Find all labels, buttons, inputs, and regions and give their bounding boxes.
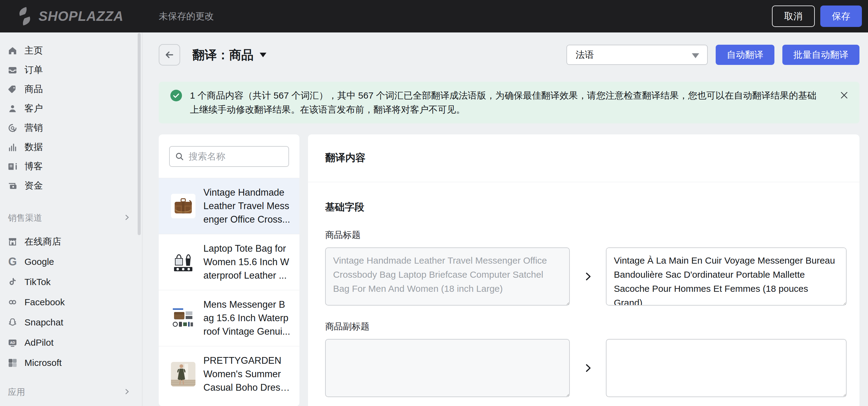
batch-auto-translate-button[interactable]: 批量自动翻译 xyxy=(782,45,860,65)
sidebar-main-nav: 主页 订单 商品 客户 xyxy=(0,32,142,195)
sidebar-item-snapchat[interactable]: Snapchat xyxy=(0,312,142,332)
content-row: Vintage Handmade Leather Travel Messenge… xyxy=(159,135,860,406)
svg-text:AD: AD xyxy=(10,341,15,344)
chevron-right-icon xyxy=(123,388,131,397)
product-list-item[interactable]: Vintage Handmade Leather Travel Messenge… xyxy=(159,178,300,234)
product-title: PRETTYGARDEN Women's Summer Casual Boho … xyxy=(204,354,290,394)
sidebar-item-adpilot[interactable]: AD AdPilot xyxy=(0,332,142,353)
search-input[interactable] xyxy=(169,146,289,167)
sidebar-section-sales-channels[interactable]: 销售渠道 xyxy=(0,208,142,228)
sidebar-scrollbar[interactable] xyxy=(137,33,141,235)
header-actions: 法语 自动翻译 批量自动翻译 xyxy=(566,45,860,65)
sidebar-item-label: Google xyxy=(25,257,54,267)
field-label-product-title: 商品标题 xyxy=(325,229,846,241)
home-icon xyxy=(7,46,18,56)
sidebar-item-tiktok[interactable]: TikTok xyxy=(0,272,142,292)
sidebar-item-facebook[interactable]: Facebook xyxy=(0,292,142,312)
sidebar-item-marketing[interactable]: 营销 xyxy=(0,118,142,138)
back-button[interactable] xyxy=(159,44,180,65)
product-thumbnail xyxy=(171,362,195,386)
sidebar-item-microsoft[interactable]: Microsoft xyxy=(0,353,142,373)
analytics-icon xyxy=(7,142,18,152)
sidebar-item-label: TikTok xyxy=(25,277,51,287)
target-text-product-subtitle[interactable] xyxy=(606,339,846,397)
field-row-product-title: Vintage Handmade Leather Travel Messenge… xyxy=(325,248,846,306)
product-thumbnail xyxy=(171,250,195,274)
product-list-panel: Vintage Handmade Leather Travel Messenge… xyxy=(159,135,300,406)
chevron-right-icon xyxy=(123,213,131,223)
meta-infinity-icon xyxy=(7,297,18,308)
search-box xyxy=(169,146,289,167)
check-circle-icon xyxy=(170,89,183,102)
app-shell: 主页 订单 商品 客户 xyxy=(0,32,868,406)
sidebar-item-google[interactable]: G Google xyxy=(0,252,142,272)
sidebar-item-label: 在线商店 xyxy=(25,235,61,248)
caret-down-icon xyxy=(692,53,699,58)
banner-message: 1 个商品内容（共计 567 个词汇），其中 567 个词汇已全部翻译成法语版，… xyxy=(190,88,825,117)
search-icon xyxy=(175,151,184,162)
sidebar-item-online-store[interactable]: 在线商店 xyxy=(0,231,142,252)
sidebar-item-label: 资金 xyxy=(25,179,43,192)
translation-form: 基础字段 商品标题 Vintage Handmade Leather Trave… xyxy=(308,201,860,406)
product-title: Vintage Handmade Leather Travel Messenge… xyxy=(204,186,290,226)
success-banner: 1 个商品内容（共计 567 个词汇），其中 567 个词汇已全部翻译成法语版，… xyxy=(159,82,860,123)
chevron-right-icon xyxy=(570,248,606,306)
apps-label: 应用 xyxy=(8,386,25,398)
chevron-right-icon xyxy=(570,339,606,397)
sidebar-item-label: 营销 xyxy=(25,121,43,134)
sidebar-item-label: 博客 xyxy=(25,160,43,173)
sidebar-item-label: 商品 xyxy=(25,83,43,95)
sidebar-item-home[interactable]: 主页 xyxy=(0,41,142,60)
sidebar-item-label: 数据 xyxy=(25,141,43,153)
product-list-item[interactable]: Mens Messenger Bag 15.6 Inch Waterproof … xyxy=(159,290,300,346)
sidebar-item-finance[interactable]: 资金 xyxy=(0,176,142,195)
product-list-item[interactable]: PRETTYGARDEN Women's Summer Casual Boho … xyxy=(159,346,300,402)
shoplazza-logo[interactable]: SHOPLAZZA xyxy=(16,6,124,26)
sidebar-item-label: 客户 xyxy=(25,102,43,115)
sidebar-item-label: Snapchat xyxy=(25,317,63,328)
product-thumbnail xyxy=(171,194,195,218)
target-text-product-title[interactable]: Vintage À La Main En Cuir Voyage Messeng… xyxy=(606,248,846,306)
auto-translate-button[interactable]: 自动翻译 xyxy=(716,45,774,65)
product-title: Laptop Tote Bag for Women 15.6 Inch Wate… xyxy=(204,242,290,282)
topbar: SHOPLAZZA 未保存的更改 取消 保存 xyxy=(0,0,868,32)
orders-icon xyxy=(7,65,18,75)
finance-icon xyxy=(7,181,18,191)
close-icon[interactable] xyxy=(839,90,849,100)
product-list-item[interactable]: Laptop Tote Bag for Women 15.6 Inch Wate… xyxy=(159,234,300,290)
language-select[interactable]: 法语 xyxy=(566,45,708,65)
page-title-dropdown[interactable]: 翻译：商品 xyxy=(192,47,267,63)
brand-text: SHOPLAZZA xyxy=(38,8,124,24)
sidebar-item-orders[interactable]: 订单 xyxy=(0,60,142,80)
arrow-left-icon xyxy=(164,49,175,60)
sidebar-section-apps[interactable]: 应用 xyxy=(0,382,142,402)
caret-down-icon xyxy=(260,53,267,57)
sidebar-item-label: Microsoft xyxy=(25,358,62,368)
unsaved-changes-status: 未保存的更改 xyxy=(159,0,214,32)
sidebar-item-label: 主页 xyxy=(25,45,43,57)
sidebar-item-label: Facebook xyxy=(25,297,65,308)
topbar-actions: 取消 保存 xyxy=(772,5,862,27)
cancel-button[interactable]: 取消 xyxy=(772,5,815,27)
marketing-icon xyxy=(7,123,18,133)
sidebar-item-analytics[interactable]: 数据 xyxy=(0,138,142,157)
customers-icon xyxy=(7,104,18,114)
save-button[interactable]: 保存 xyxy=(820,5,862,27)
products-tag-icon xyxy=(7,84,18,95)
source-text-product-subtitle xyxy=(325,339,570,397)
main-content: 翻译：商品 法语 自动翻译 批量自动翻译 1 个商品内容（共计 567 个词汇）… xyxy=(143,32,868,406)
sales-channels-label: 销售渠道 xyxy=(8,212,42,224)
sidebar-item-blog[interactable]: 博客 xyxy=(0,157,142,176)
language-select-value: 法语 xyxy=(576,49,594,61)
sidebar-item-label: AdPilot xyxy=(25,338,54,348)
blog-icon xyxy=(7,162,18,172)
sidebar-item-label: 订单 xyxy=(25,64,43,76)
sidebar-item-customers[interactable]: 客户 xyxy=(0,99,142,118)
product-thumbnail xyxy=(171,306,195,330)
sidebar-item-products[interactable]: 商品 xyxy=(0,80,142,99)
page-header: 翻译：商品 法语 自动翻译 批量自动翻译 xyxy=(159,44,860,65)
translation-panel-title: 翻译内容 xyxy=(308,135,860,182)
field-label-product-subtitle: 商品副标题 xyxy=(325,321,846,333)
basic-fields-section-title: 基础字段 xyxy=(325,201,846,214)
page-title: 翻译：商品 xyxy=(192,47,253,63)
